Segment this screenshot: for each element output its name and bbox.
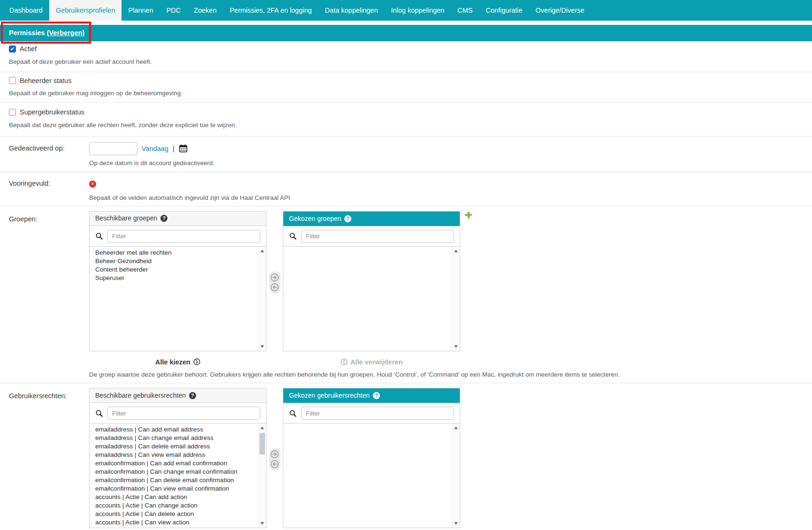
nav-tab[interactable]: Gebruikersprofielen [49, 0, 122, 21]
nav-tab[interactable]: Configuratie [479, 0, 529, 21]
nav-tab[interactable]: Overige/Diverse [529, 0, 591, 21]
scroll-down-icon[interactable] [260, 345, 264, 348]
help-text: Bepaalt of deze gebruiker een actief acc… [9, 58, 812, 65]
nav-tab[interactable]: Dashboard [3, 0, 49, 21]
nav-tab[interactable]: PDC [160, 0, 188, 21]
available-rights-filter-input[interactable] [107, 407, 260, 420]
chosen-rights-filter-input[interactable] [301, 407, 454, 420]
select-option[interactable]: accounts | Actie | Can view action [95, 518, 256, 527]
section-title: Permissies [9, 29, 47, 37]
search-icon [95, 409, 103, 417]
nav-tab[interactable]: Data koppelingen [319, 0, 385, 21]
select-option[interactable]: emailconfirmation | Can add email confir… [95, 459, 256, 468]
groups-field: Beschikbare groepen ? [89, 206, 620, 379]
chosen-groups-filter-input[interactable] [301, 230, 454, 243]
chosen-rights-list[interactable] [283, 423, 460, 528]
deactivated-date-input[interactable] [89, 142, 137, 155]
checkbox[interactable] [9, 109, 16, 116]
checkbox-label-text: Supergebruikerstatus [20, 108, 84, 116]
scroll-up-icon[interactable] [454, 426, 458, 429]
remove-all-groups-button[interactable]: Alle verwijderen [341, 358, 402, 366]
deactivated-label: Gedeactiveerd op: [9, 142, 89, 167]
add-group-icon[interactable] [465, 212, 472, 219]
available-groups-list[interactable]: Beheerder met alle rechten Beheer Gezond… [90, 246, 266, 351]
checkbox-row-label[interactable]: Supergebruikerstatus [9, 108, 84, 116]
scroll-up-icon[interactable] [454, 250, 458, 252]
move-arrows [269, 271, 281, 294]
help-text: Bepaalt of de velden automatisch ingevul… [89, 194, 290, 201]
false-status-icon [89, 181, 96, 188]
select-option[interactable]: Superuser [95, 274, 256, 282]
nav-tab[interactable]: Permissies, 2FA en logging [223, 0, 319, 21]
scroll-up-icon[interactable] [260, 426, 264, 429]
section-toggle-link[interactable]: (Verbergen) [47, 29, 85, 37]
select-option[interactable]: emailaddress | Can add email address [95, 425, 256, 434]
scrollbar[interactable] [452, 424, 460, 528]
select-option[interactable]: emailconfirmation | Can change email con… [95, 468, 256, 476]
scrollbar[interactable] [452, 247, 460, 351]
groups-row: Groepen: Beschikbare groepen ? [0, 206, 812, 384]
scroll-down-icon[interactable] [260, 522, 264, 525]
select-option[interactable]: emailconfirmation | Can view email confi… [95, 485, 256, 493]
checkbox-row-label[interactable]: Beheerder status [9, 77, 71, 84]
move-right-button[interactable] [270, 450, 279, 459]
top-navbar: Dashboard Gebruikersprofielen Plannen PD… [0, 0, 812, 21]
toggle-row: Supergebruikerstatus Bepaalt dat deze ge… [0, 103, 812, 136]
select-option[interactable]: accounts | Actie | Can add action [95, 493, 256, 501]
available-groups-filter-input[interactable] [107, 230, 260, 243]
move-left-button[interactable] [270, 460, 279, 469]
scrollbar[interactable] [258, 424, 266, 528]
help-icon[interactable]: ? [189, 392, 196, 399]
move-right-button[interactable] [270, 273, 279, 282]
available-rights-list[interactable]: emailaddress | Can add email address ema… [90, 423, 266, 528]
today-link[interactable]: Vandaag [142, 145, 168, 152]
select-option[interactable]: Beheer Gezondheid [95, 257, 256, 265]
toggle-rows: Actief Bepaalt of deze gebruiker een act… [0, 41, 812, 136]
search-icon [289, 232, 297, 240]
help-icon[interactable]: ? [373, 392, 380, 399]
deactivated-row: Gedeactiveerd op: Vandaag | [0, 136, 812, 172]
scrollbar[interactable] [258, 247, 266, 351]
user-rights-row: Gebruikersrechten: Beschikbare gebruiker… [0, 383, 812, 530]
nav-tab[interactable]: CMS [451, 0, 479, 21]
admin-page: Dashboard Gebruikersprofielen Plannen PD… [0, 0, 812, 530]
help-text: De groep waartoe deze gebruiker behoort.… [89, 371, 620, 378]
choose-all-groups-button[interactable]: Alle kiezen [155, 358, 200, 366]
checkbox-row-label[interactable]: Actief [9, 45, 37, 53]
help-text: Op deze datum is dit account gedeactivee… [89, 159, 214, 167]
select-option[interactable]: assistent | Can add assistent [95, 527, 256, 528]
checkbox[interactable] [9, 77, 16, 84]
select-option[interactable]: emailaddress | Can delete email address [95, 442, 256, 451]
select-option[interactable]: accounts | Actie | Can change action [95, 501, 256, 510]
chosen-groups-list[interactable] [283, 246, 460, 351]
nav-tab[interactable]: Plannen [121, 0, 159, 21]
scrollbar-thumb[interactable] [259, 433, 265, 454]
available-groups-box: Beschikbare groepen ? [89, 211, 266, 351]
chosen-rights-box: Gekozen gebruikersrechten ? [283, 388, 460, 528]
nav-tab[interactable]: Zoeken [187, 0, 223, 21]
scroll-down-icon[interactable] [454, 345, 458, 348]
checkbox[interactable] [9, 45, 16, 53]
move-left-button[interactable] [270, 283, 279, 292]
select-option[interactable]: accounts | Actie | Can delete action [95, 510, 256, 518]
user-rights-field: Beschikbare gebruikersrechten ? [89, 383, 460, 530]
scroll-down-icon[interactable] [454, 522, 458, 525]
deactivated-field: Vandaag | Op deze datum is dit [89, 142, 214, 167]
help-text: Bepaalt dat deze gebruiker alle rechten … [9, 121, 812, 129]
select-option[interactable]: Beheerder met alle rechten [95, 249, 256, 257]
help-icon[interactable]: ? [160, 215, 167, 222]
move-arrows [269, 448, 281, 470]
chosen-groups-title: Gekozen groepen [289, 212, 341, 226]
checkbox-label-text: Beheerder status [20, 77, 71, 84]
select-option[interactable]: emailconfirmation | Can delete email con… [95, 476, 256, 485]
circled-arrow-left-icon [341, 358, 348, 365]
available-rights-title: Beschikbare gebruikersrechten [95, 388, 186, 403]
select-option[interactable]: emailaddress | Can change email address [95, 434, 256, 442]
calendar-icon[interactable] [179, 144, 188, 153]
nav-tab[interactable]: Inlog koppelingen [384, 0, 451, 21]
select-option[interactable]: emailaddress | Can view email address [95, 451, 256, 459]
help-icon[interactable]: ? [344, 215, 351, 222]
toggle-row: Actief Bepaalt of deze gebruiker een act… [0, 41, 812, 72]
select-option[interactable]: Content beheerder [95, 265, 256, 274]
scroll-up-icon[interactable] [260, 250, 264, 252]
